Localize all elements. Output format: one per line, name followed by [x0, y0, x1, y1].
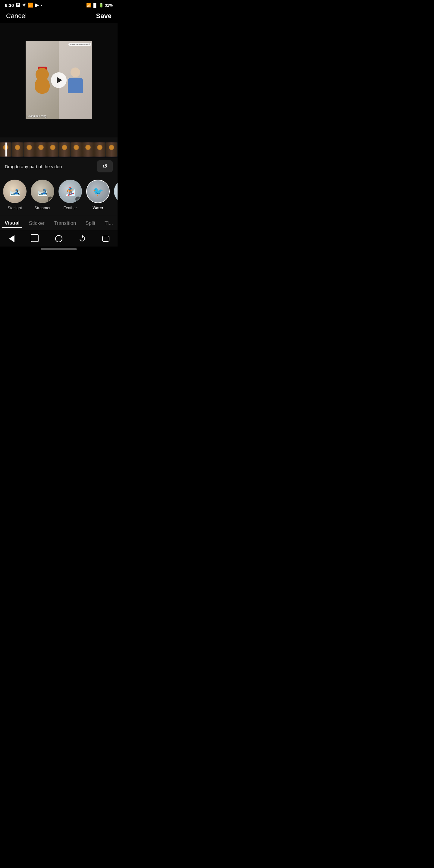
video-content: Loving this song scottish drivers licens… — [26, 41, 92, 119]
tabs-row: Visual Sticker Transition Split Ti... — [0, 219, 118, 228]
filter-circle-water: 🐦 — [86, 180, 110, 203]
filter-circle-feather: 🏂 ✓ — [59, 180, 82, 203]
back-nav-button[interactable] — [6, 233, 17, 244]
timeline-thumb-5 — [47, 142, 59, 157]
recents-button[interactable] — [30, 233, 41, 244]
system-nav — [0, 230, 118, 247]
undo-button[interactable]: ↺ — [97, 160, 113, 173]
drag-hint-text: Drag to any part of the video — [5, 164, 62, 169]
filter-circle-starlight: 🎿 — [3, 180, 27, 203]
battery-percent: 31% — [105, 3, 113, 7]
timeline-thumb-6 — [59, 142, 70, 157]
starlight-preview: 🎿 — [10, 187, 20, 196]
tab-ti[interactable]: Ti... — [102, 219, 116, 227]
timeline-thumb-3 — [24, 142, 35, 157]
status-left: 6:30 🖼 ☀ 📶 ▶ • — [5, 2, 42, 8]
save-button[interactable]: Save — [96, 12, 112, 20]
filter-label-starlight: Starlight — [7, 206, 22, 210]
license-badge: scottish drivers license © — [68, 43, 91, 46]
signal-icon: 📶 — [28, 2, 33, 8]
dot-icon: • — [41, 3, 42, 8]
battery-icon: 🔋 — [99, 3, 104, 7]
filter-label-water: Water — [93, 206, 103, 210]
media-icon: ▶ — [35, 2, 39, 8]
filter-item-feather[interactable]: 🏂 ✓ Feather — [59, 180, 82, 210]
timeline-thumb-4 — [35, 142, 47, 157]
status-right: 📶 ▐▌ 🔋 31% — [86, 3, 113, 7]
timeline-thumb-7 — [70, 142, 82, 157]
teddy-body — [35, 77, 50, 94]
filter-carousel[interactable]: 🎿 Starlight 🎿 ✓ Streamer 🏂 ✓ Fe — [0, 176, 118, 215]
streamer-check: ✓ — [48, 196, 53, 202]
home-pill — [41, 248, 77, 250]
filter-item-water[interactable]: 🐦 Water — [86, 180, 110, 210]
timeline-thumb-2 — [12, 142, 24, 157]
filter-label-feather: Feather — [64, 206, 77, 210]
top-nav: Cancel Save — [0, 9, 118, 23]
filter-item-starlight[interactable]: 🎿 Starlight — [3, 180, 27, 210]
time: 6:30 — [5, 3, 14, 8]
play-triangle-icon — [57, 77, 62, 84]
timeline-strip[interactable] — [0, 142, 118, 157]
status-bar: 6:30 🖼 ☀ 📶 ▶ • 📶 ▐▌ 🔋 31% — [0, 0, 118, 9]
tab-transition[interactable]: Transition — [51, 219, 79, 227]
person-head — [70, 67, 80, 77]
power-icon — [79, 235, 86, 242]
recents-icon — [32, 236, 38, 242]
filter-label-streamer: Streamer — [34, 206, 50, 210]
cellular-icon: ▐▌ — [92, 3, 98, 7]
filter-item-streamer[interactable]: 🎿 ✓ Streamer — [31, 180, 54, 210]
filter-item-film[interactable]: ❄ Film — [114, 180, 118, 210]
window-button[interactable] — [100, 233, 111, 244]
feather-preview: 🏂 — [65, 187, 76, 196]
water-preview: 🐦 — [93, 187, 103, 196]
undo-icon: ↺ — [102, 163, 107, 170]
timeline-thumb-8 — [82, 142, 94, 157]
feather-check: ✓ — [75, 196, 81, 202]
filter-circle-film: ❄ — [114, 180, 118, 203]
wifi-icon: 📶 — [86, 3, 91, 7]
timeline-handle[interactable] — [5, 142, 7, 157]
window-icon — [102, 236, 110, 242]
filter-items: 🎿 Starlight 🎿 ✓ Streamer 🏂 ✓ Fe — [0, 180, 118, 210]
drag-hint: Drag to any part of the video ↺ — [0, 157, 118, 176]
streamer-preview: 🎿 — [37, 187, 48, 196]
photo-icon: 🖼 — [16, 3, 20, 8]
bottom-tabs: Visual Sticker Transition Split Ti... — [0, 215, 118, 230]
home-icon — [55, 235, 62, 242]
tab-visual[interactable]: Visual — [2, 219, 22, 228]
play-button[interactable] — [51, 72, 67, 88]
filter-circle-streamer: 🎿 ✓ — [31, 180, 54, 203]
video-preview: Loving this song scottish drivers licens… — [0, 23, 118, 137]
person-silhouette — [65, 67, 86, 93]
brightness-icon: ☀ — [22, 2, 26, 8]
video-caption: Loving this song — [27, 115, 46, 118]
timeline-thumb-10 — [106, 142, 118, 157]
tab-sticker[interactable]: Sticker — [27, 219, 47, 227]
timeline-thumb-9 — [94, 142, 106, 157]
timeline-section: Drag to any part of the video ↺ — [0, 137, 118, 176]
cancel-button[interactable]: Cancel — [6, 12, 27, 20]
tab-split[interactable]: Split — [83, 219, 98, 227]
power-button[interactable] — [77, 233, 88, 244]
back-nav-icon — [9, 235, 14, 242]
teddy-character — [30, 67, 54, 94]
person-body — [68, 78, 83, 93]
home-button[interactable] — [53, 233, 64, 244]
